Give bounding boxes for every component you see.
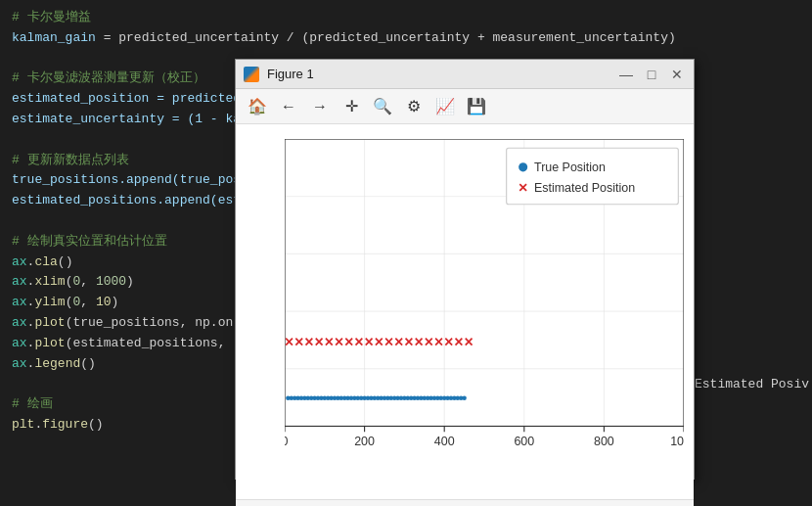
title-bar: Figure 1 — □ ✕ [236, 60, 694, 89]
home-button[interactable]: 🏠 [244, 93, 271, 120]
edit-curves-button[interactable]: 📈 [431, 93, 459, 120]
svg-point-89 [462, 395, 467, 400]
chart-area: 0 2 4 6 8 10 0 200 400 600 800 1000 [236, 124, 694, 499]
minimize-button[interactable]: — [617, 66, 635, 83]
window-title: Figure 1 [267, 67, 609, 81]
back-button[interactable]: ← [275, 93, 302, 120]
right-overflow-text: Estimated Posiv [695, 377, 809, 391]
svg-text:600: 600 [514, 435, 534, 448]
svg-text:800: 800 [594, 435, 614, 448]
status-bar: x=500 y=9.59814 [236, 499, 694, 506]
svg-text:True Position: True Position [534, 161, 606, 174]
svg-point-129 [519, 162, 527, 171]
svg-text:1000: 1000 [670, 435, 684, 448]
svg-text:Estimated Position: Estimated Position [534, 181, 635, 195]
matplotlib-toolbar: 🏠 ← → ✛ 🔍 ⚙ 📈 💾 [236, 89, 694, 124]
configure-button[interactable]: ⚙ [400, 93, 428, 120]
svg-text:0: 0 [285, 435, 288, 448]
svg-text:400: 400 [434, 435, 455, 448]
forward-button[interactable]: → [306, 93, 334, 120]
matplotlib-icon [244, 67, 259, 82]
save-button[interactable]: 💾 [463, 93, 490, 120]
code-line-1: # 卡尔曼增益 [12, 8, 800, 28]
maximize-button[interactable]: □ [643, 66, 660, 83]
code-line-2: kalman_gain = predicted_uncertainty / (p… [12, 28, 800, 49]
chart-svg: 0 2 4 6 8 10 0 200 400 600 800 1000 [285, 139, 684, 460]
figure-window: Figure 1 — □ ✕ 🏠 ← → ✛ 🔍 ⚙ 📈 💾 0 2 4 6 8… [235, 59, 695, 480]
window-controls: — □ ✕ [617, 66, 686, 83]
pan-button[interactable]: ✛ [338, 93, 365, 120]
zoom-button[interactable]: 🔍 [369, 93, 396, 120]
svg-rect-128 [507, 148, 679, 205]
svg-text:200: 200 [354, 435, 375, 448]
close-button[interactable]: ✕ [668, 66, 686, 83]
